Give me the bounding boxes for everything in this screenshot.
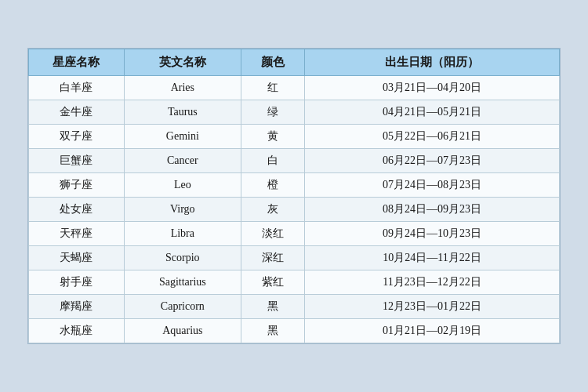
- table-row: 白羊座Aries红03月21日—04月20日: [29, 76, 560, 100]
- header-chinese: 星座名称: [29, 49, 125, 76]
- cell-english: Aquarius: [124, 319, 241, 343]
- cell-chinese: 狮子座: [29, 173, 125, 198]
- table-row: 狮子座Leo橙07月24日—08月23日: [29, 173, 560, 198]
- cell-date: 10月24日—11月22日: [305, 246, 560, 270]
- cell-color: 白: [241, 149, 304, 173]
- cell-color: 紫红: [241, 270, 304, 295]
- cell-english: Libra: [124, 222, 241, 246]
- cell-chinese: 处女座: [29, 198, 125, 222]
- cell-date: 06月22日—07月23日: [305, 149, 560, 173]
- cell-english: Sagittarius: [124, 270, 241, 295]
- table-row: 处女座Virgo灰08月24日—09月23日: [29, 198, 560, 222]
- table-row: 天蝎座Scorpio深红10月24日—11月22日: [29, 246, 560, 270]
- cell-date: 07月24日—08月23日: [305, 173, 560, 198]
- cell-color: 红: [241, 76, 304, 100]
- cell-date: 03月21日—04月20日: [305, 76, 560, 100]
- header-color: 颜色: [241, 49, 304, 76]
- cell-english: Capricorn: [124, 295, 241, 319]
- cell-english: Cancer: [124, 149, 241, 173]
- cell-chinese: 白羊座: [29, 76, 125, 100]
- cell-color: 黄: [241, 125, 304, 149]
- cell-color: 绿: [241, 100, 304, 125]
- table-row: 天秤座Libra淡红09月24日—10月23日: [29, 222, 560, 246]
- cell-chinese: 金牛座: [29, 100, 125, 125]
- cell-chinese: 水瓶座: [29, 319, 125, 343]
- cell-english: Taurus: [124, 100, 241, 125]
- table-row: 金牛座Taurus绿04月21日—05月21日: [29, 100, 560, 125]
- cell-chinese: 巨蟹座: [29, 149, 125, 173]
- cell-chinese: 双子座: [29, 125, 125, 149]
- cell-chinese: 天蝎座: [29, 246, 125, 270]
- cell-color: 淡红: [241, 222, 304, 246]
- cell-chinese: 摩羯座: [29, 295, 125, 319]
- cell-english: Aries: [124, 76, 241, 100]
- zodiac-table-container: 星座名称 英文名称 颜色 出生日期（阳历） 白羊座Aries红03月21日—04…: [27, 48, 561, 344]
- table-body: 白羊座Aries红03月21日—04月20日金牛座Taurus绿04月21日—0…: [29, 76, 560, 343]
- cell-date: 01月21日—02月19日: [305, 319, 560, 343]
- table-row: 巨蟹座Cancer白06月22日—07月23日: [29, 149, 560, 173]
- table-row: 双子座Gemini黄05月22日—06月21日: [29, 125, 560, 149]
- table-row: 射手座Sagittarius紫红11月23日—12月22日: [29, 270, 560, 295]
- cell-color: 黑: [241, 319, 304, 343]
- cell-english: Virgo: [124, 198, 241, 222]
- cell-color: 橙: [241, 173, 304, 198]
- cell-chinese: 天秤座: [29, 222, 125, 246]
- cell-chinese: 射手座: [29, 270, 125, 295]
- cell-date: 12月23日—01月22日: [305, 295, 560, 319]
- cell-date: 05月22日—06月21日: [305, 125, 560, 149]
- table-row: 水瓶座Aquarius黑01月21日—02月19日: [29, 319, 560, 343]
- header-date: 出生日期（阳历）: [305, 49, 560, 76]
- cell-color: 深红: [241, 246, 304, 270]
- cell-date: 08月24日—09月23日: [305, 198, 560, 222]
- cell-english: Leo: [124, 173, 241, 198]
- header-english: 英文名称: [124, 49, 241, 76]
- cell-date: 04月21日—05月21日: [305, 100, 560, 125]
- cell-english: Scorpio: [124, 246, 241, 270]
- cell-color: 灰: [241, 198, 304, 222]
- cell-date: 09月24日—10月23日: [305, 222, 560, 246]
- cell-color: 黑: [241, 295, 304, 319]
- cell-english: Gemini: [124, 125, 241, 149]
- cell-date: 11月23日—12月22日: [305, 270, 560, 295]
- table-header-row: 星座名称 英文名称 颜色 出生日期（阳历）: [29, 49, 560, 76]
- zodiac-table: 星座名称 英文名称 颜色 出生日期（阳历） 白羊座Aries红03月21日—04…: [28, 49, 560, 343]
- table-row: 摩羯座Capricorn黑12月23日—01月22日: [29, 295, 560, 319]
